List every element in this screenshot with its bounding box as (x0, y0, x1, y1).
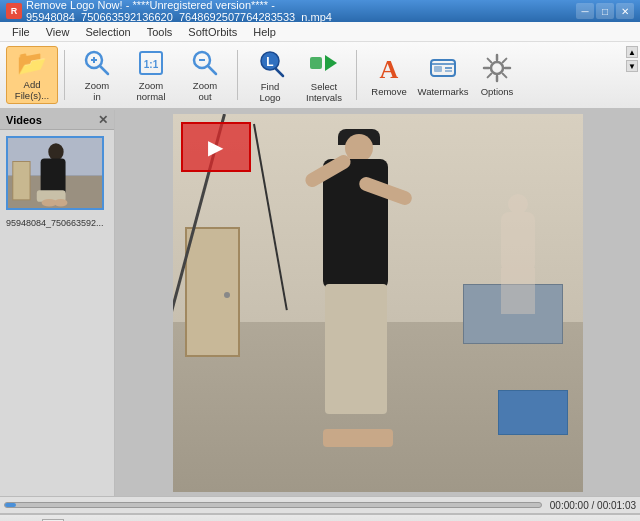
zoom-in-label: Zoomin (85, 80, 109, 103)
menu-bar: File View Selection Tools SoftOrbits Hel… (0, 22, 640, 42)
separator-2 (237, 50, 238, 100)
svg-rect-33 (13, 161, 30, 199)
zoom-in-button[interactable]: Zoomin (71, 46, 123, 104)
title-bar: R Remove Logo Now! - ****Unregistered ve… (0, 0, 640, 22)
zoom-normal-icon: 1:1 (135, 48, 167, 78)
close-button[interactable]: ✕ (616, 3, 634, 19)
ghost-head (508, 194, 528, 214)
svg-line-7 (208, 66, 216, 74)
menu-selection[interactable]: Selection (77, 24, 138, 40)
zoom-normal-button[interactable]: 1:1 Zoomnormal (125, 46, 177, 104)
selection-arrow-icon: ▶ (208, 135, 223, 159)
menu-tools[interactable]: Tools (139, 24, 181, 40)
person-body (323, 159, 388, 289)
progress-area: 00:00:00 / 00:01:03 (0, 496, 640, 514)
toolbar-scroll: ▲ ▼ (626, 46, 638, 72)
svg-line-29 (488, 74, 492, 78)
options-label: Options (481, 86, 514, 97)
menu-view[interactable]: View (38, 24, 78, 40)
minimize-button[interactable]: ─ (576, 3, 594, 19)
menu-file[interactable]: File (4, 24, 38, 40)
find-logo-icon: L (254, 47, 286, 79)
panel-title: Videos (6, 114, 42, 126)
left-panel: Videos ✕ (0, 110, 115, 496)
svg-line-28 (503, 59, 507, 63)
toolbar: 📂 AddFile(s)... Zoomin 1:1 Zoomnormal Zo… (0, 42, 640, 110)
person-feet (323, 429, 393, 447)
svg-point-38 (54, 199, 67, 207)
time-display: 00:00:00 / 00:01:03 (550, 500, 636, 511)
window-controls: ─ □ ✕ (576, 3, 634, 19)
svg-rect-35 (41, 159, 66, 195)
storage-box (498, 390, 568, 435)
menu-help[interactable]: Help (245, 24, 284, 40)
zoom-out-icon (189, 48, 221, 78)
ghost-legs (501, 268, 535, 314)
logo-selection-box[interactable]: ▶ (181, 122, 251, 172)
video-frame: ▶ (173, 114, 583, 492)
progress-track[interactable] (4, 502, 542, 508)
select-intervals-icon (308, 47, 340, 79)
find-logo-label: FindLogo (259, 81, 280, 104)
find-logo-button[interactable]: L FindLogo (244, 46, 296, 104)
video-thumbnail[interactable] (6, 136, 104, 210)
watermarks-icon (427, 52, 459, 84)
ghost-body (501, 212, 535, 272)
main-area: Videos ✕ (0, 110, 640, 496)
svg-text:1:1: 1:1 (144, 59, 159, 70)
watermarks-button[interactable]: Watermarks (417, 46, 469, 104)
svg-line-12 (276, 69, 283, 76)
options-icon (481, 52, 513, 84)
panel-close-button[interactable]: ✕ (98, 113, 108, 127)
svg-rect-13 (310, 57, 322, 69)
status-bar: 1:1 - + (0, 514, 640, 521)
video-background: ▶ (173, 114, 583, 492)
svg-rect-18 (434, 66, 442, 72)
progress-fill (5, 503, 16, 507)
svg-marker-14 (325, 55, 337, 71)
app-icon-label: R (11, 6, 18, 16)
select-intervals-label: SelectIntervals (306, 81, 342, 104)
svg-point-34 (48, 143, 63, 160)
maximize-button[interactable]: □ (596, 3, 614, 19)
watermarks-label: Watermarks (418, 86, 469, 97)
person-pants (325, 284, 387, 414)
person-figure (303, 134, 413, 464)
video-filename: 95948084_750663592... (0, 216, 114, 230)
scroll-down-arrow[interactable]: ▼ (626, 60, 638, 72)
separator-1 (64, 50, 65, 100)
ghost-figure (493, 194, 543, 314)
thumbnail-image (8, 138, 102, 208)
door (185, 227, 240, 357)
zoom-in-icon (81, 48, 113, 78)
svg-text:L: L (266, 55, 273, 69)
zoom-out-button[interactable]: Zoomout (179, 46, 231, 104)
door-knob (224, 292, 230, 298)
svg-line-27 (503, 74, 507, 78)
add-files-button[interactable]: 📂 AddFile(s)... (6, 46, 58, 104)
menu-softorbits[interactable]: SoftOrbits (180, 24, 245, 40)
remove-icon: A (373, 52, 405, 84)
options-button[interactable]: Options (471, 46, 523, 104)
svg-line-26 (488, 59, 492, 63)
add-files-label: AddFile(s)... (15, 79, 49, 102)
window-title: Remove Logo Now! - ****Unregistered vers… (26, 0, 576, 23)
panel-header: Videos ✕ (0, 110, 114, 130)
remove-label: Remove (371, 86, 406, 97)
canvas-area[interactable]: ▶ (115, 110, 640, 496)
app-icon: R (6, 3, 22, 19)
folder-icon: 📂 (16, 49, 48, 77)
zoom-normal-label: Zoomnormal (136, 80, 165, 103)
separator-3 (356, 50, 357, 100)
svg-point-21 (491, 62, 503, 74)
remove-button[interactable]: A Remove (363, 46, 415, 104)
zoom-out-label: Zoomout (193, 80, 217, 103)
select-intervals-button[interactable]: SelectIntervals (298, 46, 350, 104)
scroll-up-arrow[interactable]: ▲ (626, 46, 638, 58)
svg-text:A: A (380, 55, 399, 84)
svg-line-1 (100, 66, 108, 74)
